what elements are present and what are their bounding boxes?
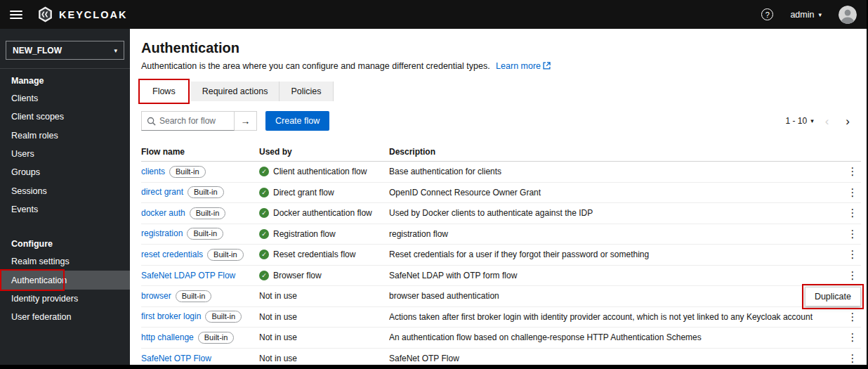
sidebar-item-label: Authentication [11, 276, 67, 285]
search-submit-button[interactable]: → [235, 111, 257, 131]
used-by-text: Not in use [259, 312, 297, 322]
context-menu-item-duplicate[interactable]: Duplicate [805, 287, 860, 306]
used-by-text: Browser flow [273, 271, 322, 280]
flow-name-link[interactable]: SafeNet OTP Flow [141, 354, 211, 363]
used-by-text: Docker authentication flow [273, 208, 372, 218]
flow-name-cell: clientsBuilt-in [141, 166, 259, 178]
flow-name-link[interactable]: direct grant [141, 187, 183, 197]
flow-name-link[interactable]: docker auth [141, 208, 185, 218]
flow-name-cell: first broker loginBuilt-in [141, 311, 259, 323]
used-by-cell: ✓Client authentication flow [259, 167, 389, 176]
hamburger-menu-icon[interactable] [10, 11, 22, 19]
flow-name-cell: http challengeBuilt-in [141, 332, 259, 344]
table-row: browserBuilt-inNot in usebrowser based a… [141, 286, 861, 307]
kebab-menu-icon[interactable]: ⋮ [845, 207, 861, 219]
tab-flows[interactable]: Flows [141, 82, 187, 101]
tab-policies[interactable]: Policies [280, 82, 333, 101]
column-header-flow-name: Flow name [141, 147, 259, 157]
keycloak-logo-icon [37, 6, 54, 23]
sidebar-item-clients[interactable]: Clients [0, 89, 130, 108]
search-icon [147, 117, 156, 126]
nav-section-configure: Configure Realm settings Authentication … [0, 232, 130, 326]
sidebar-item-users[interactable]: Users [0, 145, 130, 163]
flow-name-cell: reset credentialsBuilt-in [141, 249, 259, 261]
page-description-text: Authentication is the area where you can… [141, 61, 490, 71]
used-by-cell: Not in use [259, 291, 389, 301]
chevron-down-icon: ▾ [114, 47, 117, 54]
pagination-prev-button[interactable]: ‹ [820, 115, 835, 127]
sidebar-item-authentication[interactable]: Authentication [0, 271, 130, 289]
page-title: Authentication [141, 40, 867, 56]
tab-label: Flows [152, 86, 176, 96]
flow-name-link[interactable]: browser [141, 291, 171, 301]
column-header-description: Description [389, 147, 844, 157]
sidebar-item-label: Users [11, 149, 34, 159]
kebab-menu-icon[interactable]: ⋮ [845, 248, 861, 260]
help-icon[interactable]: ? [761, 8, 773, 20]
used-by-cell: Not in use [259, 312, 389, 322]
builtin-badge: Built-in [169, 166, 206, 178]
nav-section-manage: Manage Clients Client scopes Realm roles… [0, 69, 130, 219]
kebab-menu-icon[interactable]: ⋮ [845, 269, 861, 281]
row-actions-cell: ⋮ [844, 165, 861, 178]
top-bar: KEYCLOAK ? admin ▾ [0, 0, 867, 29]
keycloak-admin-window: KEYCLOAK ? admin ▾ NEW_FLOW ▾ [0, 0, 868, 369]
create-flow-button[interactable]: Create flow [265, 111, 329, 131]
flow-name-cell: browserBuilt-in [141, 290, 259, 302]
sidebar-item-identity-providers[interactable]: Identity providers [0, 290, 130, 308]
flow-name-link[interactable]: clients [141, 167, 165, 176]
kebab-menu-icon[interactable]: ⋮ [845, 331, 861, 343]
pagination-range-dropdown[interactable]: 1 - 10 ▾ [785, 116, 813, 126]
flow-name-cell: registrationBuilt-in [141, 228, 259, 240]
used-by-text: Registration flow [273, 229, 336, 239]
kebab-menu-icon[interactable]: ⋮ [845, 165, 861, 177]
sidebar-item-client-scopes[interactable]: Client scopes [0, 108, 130, 126]
row-actions-cell: ⋮ [844, 248, 861, 261]
topbar-right: ? admin ▾ [761, 6, 857, 24]
builtin-badge: Built-in [188, 186, 224, 198]
kebab-menu-icon[interactable]: ⋮ [845, 186, 861, 198]
flow-name-link[interactable]: registration [141, 228, 183, 238]
used-by-cell: ✓Direct grant flow [259, 188, 389, 198]
used-by-text: Not in use [259, 354, 297, 363]
pagination: 1 - 10 ▾ ‹ › [785, 115, 855, 127]
flow-name-link[interactable]: first broker login [141, 311, 201, 321]
sidebar-item-events[interactable]: Events [0, 200, 130, 219]
realm-selector[interactable]: NEW_FLOW ▾ [6, 41, 124, 60]
kebab-menu-icon[interactable]: ⋮ [845, 228, 861, 240]
sidebar-item-label: User federation [11, 312, 71, 322]
sidebar-item-groups[interactable]: Groups [0, 163, 130, 181]
tab-required-actions[interactable]: Required actions [191, 82, 280, 101]
pagination-next-button[interactable]: › [840, 115, 855, 127]
sidebar-item-realm-settings[interactable]: Realm settings [0, 252, 130, 271]
kebab-menu-icon[interactable]: ⋮ [845, 311, 861, 323]
kebab-menu-icon[interactable]: ⋮ [845, 352, 861, 364]
search-input[interactable] [159, 116, 229, 126]
user-menu[interactable]: admin ▾ [790, 10, 822, 20]
description-cell: SafeNet OTP Flow [389, 354, 844, 363]
used-by-text: Not in use [259, 291, 297, 301]
description-cell: registration flow [389, 229, 844, 239]
sidebar-item-label: Client scopes [11, 112, 64, 122]
sidebar-item-user-federation[interactable]: User federation [0, 308, 130, 326]
tabs: Flows Required actions Policies [141, 82, 867, 101]
sidebar-item-label: Groups [11, 167, 40, 177]
learn-more-link[interactable]: Learn more [496, 61, 541, 71]
used-by-text: Not in use [259, 332, 297, 342]
sidebar-item-label: Realm roles [11, 131, 58, 141]
table-row: docker authBuilt-in✓Docker authenticatio… [141, 203, 861, 224]
flows-table: Flow name Used by Description clientsBui… [141, 142, 867, 365]
sidebar-item-realm-roles[interactable]: Realm roles [0, 127, 130, 145]
realm-name: NEW_FLOW [13, 46, 62, 56]
flow-name-link[interactable]: reset credentials [141, 250, 203, 259]
keycloak-logo[interactable]: KEYCLOAK [37, 6, 127, 23]
flow-name-link[interactable]: SafeNet LDAP OTP Flow [141, 271, 235, 280]
description-cell: Actions taken after first broker login w… [389, 312, 844, 322]
used-by-text: Client authentication flow [273, 167, 367, 176]
main-panel: Authentication Authentication is the are… [130, 29, 867, 365]
flow-name-link[interactable]: http challenge [141, 332, 194, 342]
avatar[interactable] [839, 6, 857, 24]
row-actions-cell: ⋮ [844, 352, 861, 365]
pagination-range: 1 - 10 [785, 116, 807, 126]
sidebar-item-sessions[interactable]: Sessions [0, 181, 130, 200]
